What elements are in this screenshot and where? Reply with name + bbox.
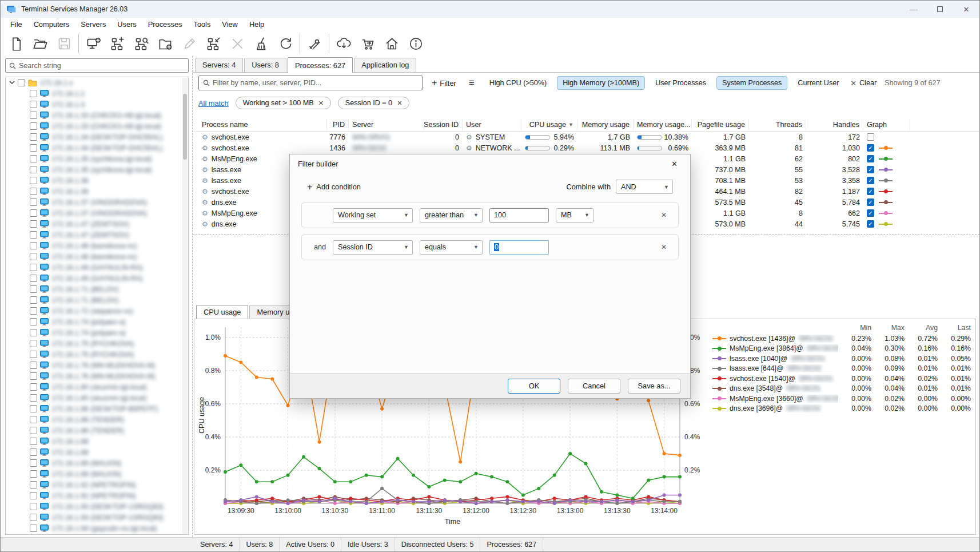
tree-checkbox[interactable] bbox=[30, 362, 37, 369]
add-group-icon[interactable] bbox=[105, 33, 129, 54]
clean-icon[interactable] bbox=[249, 33, 273, 54]
graph-checkbox[interactable]: ✓ bbox=[867, 177, 874, 184]
home-icon[interactable] bbox=[380, 33, 404, 54]
tree-computer-item[interactable]: 172.16.1.36 bbox=[6, 186, 188, 197]
menu-file[interactable]: File bbox=[5, 19, 27, 30]
tree-checkbox[interactable] bbox=[30, 394, 37, 402]
graph-checkbox[interactable]: ✓ bbox=[867, 155, 874, 162]
tree-computer-item[interactable]: 172.16.1.34 (DESKTOP-DHC55AL) bbox=[6, 142, 188, 153]
value-input[interactable]: 100 bbox=[489, 208, 549, 223]
graph-checkbox[interactable]: ✓ bbox=[867, 188, 874, 195]
filter-toggle[interactable]: High CPU (>50%) bbox=[484, 76, 552, 90]
tree-checkbox[interactable] bbox=[30, 285, 37, 293]
minimize-button[interactable]: — bbox=[901, 1, 927, 18]
tree-computer-item[interactable]: 172.16.1.74 (polyaev-a) bbox=[6, 327, 188, 338]
info-icon[interactable] bbox=[404, 33, 428, 54]
legend-row[interactable]: MsMpEng.exe [3864]@SRV-DC02 0.04%0.30%0.… bbox=[708, 344, 971, 354]
tree-computer-item[interactable]: 172.16.1.48 (bannikova-nc) bbox=[6, 240, 188, 251]
maximize-button[interactable] bbox=[927, 1, 953, 18]
value-input[interactable]: 0 bbox=[489, 240, 549, 255]
tree-checkbox[interactable] bbox=[30, 209, 37, 217]
tree-computer-item[interactable]: 172.16.1.37 (VINOGRADOVA) bbox=[6, 208, 188, 219]
tree-computer-item[interactable]: 172.16.1.93 (DESKTOP-1SRGQ63) bbox=[6, 501, 188, 512]
add-computer-icon[interactable] bbox=[81, 33, 105, 54]
tree-scrollbar-thumb[interactable] bbox=[183, 94, 187, 160]
tree-checkbox[interactable] bbox=[30, 470, 37, 478]
menu-tools[interactable]: Tools bbox=[188, 19, 216, 30]
tree-computer-item[interactable]: 172.16.1.49 (GAYNULIN-RA) bbox=[6, 262, 188, 273]
tree-computer-item[interactable]: 172.16.1.71 (BELOV) bbox=[6, 284, 188, 295]
tree-computer-item[interactable]: 172.16.1.48 (bannikova-nc) bbox=[6, 251, 188, 262]
legend-row[interactable]: svchost.exe [1436]@SRV-DC02 0.23%1.03%0.… bbox=[708, 333, 971, 344]
tree-checkbox[interactable] bbox=[30, 416, 37, 423]
tree-checkbox[interactable] bbox=[30, 253, 37, 260]
refresh-icon[interactable] bbox=[273, 33, 297, 54]
add-folder-icon[interactable] bbox=[153, 33, 177, 54]
tree-checkbox[interactable] bbox=[30, 101, 37, 108]
tree-checkbox[interactable] bbox=[30, 188, 37, 195]
save-as-button[interactable]: Save as... bbox=[628, 379, 680, 394]
tree-computer-item[interactable]: 172.16.1.47 (ZEMTSOV) bbox=[6, 219, 188, 229]
usage-tab[interactable]: CPU usage bbox=[196, 305, 248, 319]
graph-checkbox[interactable]: ✓ bbox=[867, 166, 874, 173]
tree-checkbox[interactable] bbox=[30, 166, 37, 173]
tree-checkbox[interactable] bbox=[30, 296, 37, 304]
tree-computer-item[interactable]: 172.16.1.86 (TENDER) bbox=[6, 414, 188, 425]
graph-checkbox[interactable] bbox=[867, 133, 874, 141]
configure-group-icon[interactable] bbox=[201, 33, 225, 54]
menu-help[interactable]: Help bbox=[244, 19, 269, 30]
sidebar-search[interactable] bbox=[5, 58, 189, 73]
tree-computer-item[interactable]: 172.16.1.47 (ZEMTSOV) bbox=[6, 229, 188, 240]
find-computers-icon[interactable] bbox=[129, 33, 153, 54]
tree-computer-item[interactable]: 172.16.1.71 (BELOV) bbox=[6, 295, 188, 305]
tools-icon[interactable] bbox=[302, 33, 326, 54]
tree-checkbox[interactable] bbox=[30, 144, 37, 152]
column-header[interactable]: PID bbox=[327, 118, 349, 131]
tree-computer-item[interactable]: 172.16.1.93 (DESKTOP-1SRGQ63) bbox=[6, 512, 188, 523]
column-header[interactable]: Pagefile usage bbox=[692, 118, 749, 131]
tree-computer-item[interactable]: 172.16.1.2 bbox=[6, 88, 188, 99]
tree-computer-item[interactable]: 172.16.1.72 (stepanov-vv) bbox=[6, 305, 188, 316]
tree-computer-item[interactable]: 172.16.1.3 bbox=[6, 99, 188, 110]
tree-checkbox[interactable] bbox=[30, 177, 37, 184]
tree-computer-item[interactable]: 172.16.1.36 bbox=[6, 175, 188, 186]
tree-root-item[interactable]: 172.16.1.x bbox=[6, 77, 188, 88]
tree-scrollbar[interactable] bbox=[182, 78, 188, 534]
filter-toggle[interactable]: Current User bbox=[792, 76, 844, 90]
tree-checkbox[interactable] bbox=[30, 459, 37, 467]
tree-checkbox[interactable] bbox=[30, 133, 37, 141]
tree-computer-item[interactable]: 172.16.1.92 (NPETROFIN) bbox=[6, 490, 188, 501]
tree-checkbox[interactable] bbox=[30, 503, 37, 510]
tree-computer-item[interactable]: 172.16.1.92 (NPETROFIN) bbox=[6, 479, 188, 490]
column-header[interactable]: Handles bbox=[806, 118, 863, 131]
tree-computer-item[interactable]: 172.16.1.35 (sychikova.lgt.local) bbox=[6, 164, 188, 175]
tree-checkbox[interactable] bbox=[30, 112, 37, 119]
graph-checkbox[interactable]: ✓ bbox=[867, 198, 874, 206]
tree-checkbox[interactable] bbox=[30, 372, 37, 380]
open-folder-icon[interactable] bbox=[28, 33, 52, 54]
column-header[interactable]: Threads bbox=[749, 118, 806, 131]
tree-checkbox[interactable] bbox=[30, 122, 37, 130]
tree-computer-item[interactable]: 172.16.1.88 bbox=[6, 447, 188, 458]
add-condition-button[interactable]: + Add condition bbox=[307, 182, 361, 191]
tree-checkbox[interactable] bbox=[30, 514, 37, 521]
filter-chip[interactable]: Working set > 100 MB✕ bbox=[236, 97, 331, 109]
tree-computer-item[interactable]: 172.16.1.76 (MN-MLEKHOVA-M) bbox=[6, 371, 188, 382]
dialog-close-icon[interactable]: ✕ bbox=[667, 157, 682, 170]
legend-row[interactable]: dns.exe [3548]@SRV-DC01 0.00%0.04%0.01%0… bbox=[708, 384, 971, 394]
field-select[interactable]: Working set▼ bbox=[333, 208, 413, 223]
graph-checkbox[interactable]: ✓ bbox=[867, 209, 874, 217]
tree-checkbox[interactable] bbox=[30, 438, 37, 445]
tree-computer-item[interactable]: 172.16.1.37 (VINOGRADOVA) bbox=[6, 197, 188, 208]
tree-computer-item[interactable]: 172.16.1.74 (polyaev-a) bbox=[6, 316, 188, 327]
tree-computer-item[interactable]: 172.16.1.34 (DESKTOP-DHC55AL) bbox=[6, 132, 188, 142]
operator-select[interactable]: greater than▼ bbox=[420, 208, 483, 223]
column-header[interactable]: Graph bbox=[863, 118, 910, 131]
menu-view[interactable]: View bbox=[217, 19, 243, 30]
tree-computer-item[interactable]: 172.16.1.86 (DESKTOP-B5PDTF) bbox=[6, 403, 188, 414]
tree-checkbox[interactable] bbox=[30, 264, 37, 271]
graph-checkbox[interactable]: ✓ bbox=[867, 144, 874, 152]
tree-computer-item[interactable]: 172.16.1.89 (MALKIN) bbox=[6, 458, 188, 468]
tree-computer-item[interactable]: 172.16.1.33 (CHKCK3-AB.lgt.local) bbox=[6, 110, 188, 121]
process-filter-input[interactable] bbox=[213, 79, 418, 87]
